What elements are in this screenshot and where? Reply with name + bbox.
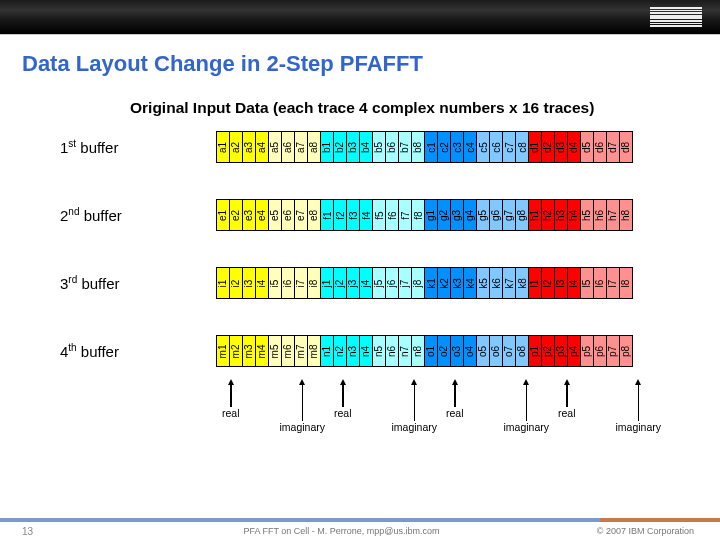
data-cell: h3 bbox=[554, 199, 568, 231]
data-cell: n6 bbox=[385, 335, 399, 367]
buffer-cells: m1m2m3m4m5m6m7m8n1n2n3n4n5n6n7n8o1o2o3o4… bbox=[216, 335, 633, 367]
data-cell: i8 bbox=[307, 267, 321, 299]
data-cell: c8 bbox=[515, 131, 529, 163]
data-cell: o4 bbox=[463, 335, 477, 367]
page-subtitle: Original Input Data (each trace 4 comple… bbox=[0, 77, 720, 131]
data-cell: m1 bbox=[216, 335, 230, 367]
data-cell: l5 bbox=[580, 267, 594, 299]
buffer-cells: e1e2e3e4e5e6e7e8f1f2f3f4f5f6f7f8g1g2g3g4… bbox=[216, 199, 633, 231]
data-cell: p4 bbox=[567, 335, 581, 367]
data-cell: c1 bbox=[424, 131, 438, 163]
data-cell: p5 bbox=[580, 335, 594, 367]
data-cell: l3 bbox=[554, 267, 568, 299]
data-cell: g1 bbox=[424, 199, 438, 231]
data-cell: j1 bbox=[320, 267, 334, 299]
data-cell: b2 bbox=[333, 131, 347, 163]
data-cell: n2 bbox=[333, 335, 347, 367]
data-cell: p8 bbox=[619, 335, 633, 367]
data-cell: m2 bbox=[229, 335, 243, 367]
label-imaginary: imaginary bbox=[616, 421, 662, 433]
brand-bar bbox=[0, 0, 720, 34]
data-cell: l4 bbox=[567, 267, 581, 299]
data-cell: f3 bbox=[346, 199, 360, 231]
page-number: 13 bbox=[22, 526, 33, 537]
data-cell: e6 bbox=[281, 199, 295, 231]
data-cell: a3 bbox=[242, 131, 256, 163]
arrow-group: realimaginary bbox=[552, 379, 664, 433]
data-cell: f4 bbox=[359, 199, 373, 231]
data-cell: h4 bbox=[567, 199, 581, 231]
data-cell: h8 bbox=[619, 199, 633, 231]
buffer-row: 3rd bufferi1i2i3i4i5i6i7i8j1j2j3j4j5j6j7… bbox=[60, 267, 720, 299]
data-cell: f8 bbox=[411, 199, 425, 231]
ibm-logo-icon bbox=[650, 7, 702, 27]
data-cell: k4 bbox=[463, 267, 477, 299]
data-cell: h1 bbox=[528, 199, 542, 231]
data-cell: c4 bbox=[463, 131, 477, 163]
data-cell: p2 bbox=[541, 335, 555, 367]
buffer-layout: 1st buffera1a2a3a4a5a6a7a8b1b2b3b4b5b6b7… bbox=[0, 131, 720, 367]
data-cell: d5 bbox=[580, 131, 594, 163]
data-cell: p7 bbox=[606, 335, 620, 367]
page-title: Data Layout Change in 2-Step PFAFFT bbox=[0, 35, 720, 77]
data-cell: j3 bbox=[346, 267, 360, 299]
arrow-group: realimaginary bbox=[440, 379, 552, 433]
data-cell: j7 bbox=[398, 267, 412, 299]
data-cell: c7 bbox=[502, 131, 516, 163]
data-cell: a8 bbox=[307, 131, 321, 163]
data-cell: k1 bbox=[424, 267, 438, 299]
data-cell: h5 bbox=[580, 199, 594, 231]
data-cell: p3 bbox=[554, 335, 568, 367]
data-cell: e2 bbox=[229, 199, 243, 231]
data-cell: l6 bbox=[593, 267, 607, 299]
data-cell: j4 bbox=[359, 267, 373, 299]
data-cell: m8 bbox=[307, 335, 321, 367]
data-cell: k7 bbox=[502, 267, 516, 299]
data-cell: n4 bbox=[359, 335, 373, 367]
data-cell: f1 bbox=[320, 199, 334, 231]
data-cell: a6 bbox=[281, 131, 295, 163]
data-cell: d1 bbox=[528, 131, 542, 163]
data-cell: i6 bbox=[281, 267, 295, 299]
data-cell: a7 bbox=[294, 131, 308, 163]
data-cell: a4 bbox=[255, 131, 269, 163]
data-cell: a2 bbox=[229, 131, 243, 163]
buffer-label: 1st buffer bbox=[60, 138, 216, 156]
data-cell: g8 bbox=[515, 199, 529, 231]
data-cell: j6 bbox=[385, 267, 399, 299]
data-cell: o8 bbox=[515, 335, 529, 367]
data-cell: o2 bbox=[437, 335, 451, 367]
data-cell: n7 bbox=[398, 335, 412, 367]
data-cell: d3 bbox=[554, 131, 568, 163]
data-cell: f5 bbox=[372, 199, 386, 231]
data-cell: k5 bbox=[476, 267, 490, 299]
data-cell: o7 bbox=[502, 335, 516, 367]
data-cell: d6 bbox=[593, 131, 607, 163]
data-cell: a5 bbox=[268, 131, 282, 163]
data-cell: i5 bbox=[268, 267, 282, 299]
buffer-row: 2nd buffere1e2e3e4e5e6e7e8f1f2f3f4f5f6f7… bbox=[60, 199, 720, 231]
data-cell: h2 bbox=[541, 199, 555, 231]
data-cell: o1 bbox=[424, 335, 438, 367]
data-cell: b1 bbox=[320, 131, 334, 163]
arrow-group: realimaginary bbox=[328, 379, 440, 433]
label-real: real bbox=[334, 407, 352, 419]
data-cell: n8 bbox=[411, 335, 425, 367]
data-cell: e3 bbox=[242, 199, 256, 231]
data-cell: g7 bbox=[502, 199, 516, 231]
data-cell: i4 bbox=[255, 267, 269, 299]
data-cell: i3 bbox=[242, 267, 256, 299]
data-cell: f7 bbox=[398, 199, 412, 231]
label-imaginary: imaginary bbox=[504, 421, 550, 433]
data-cell: g6 bbox=[489, 199, 503, 231]
data-cell: m4 bbox=[255, 335, 269, 367]
data-cell: g3 bbox=[450, 199, 464, 231]
data-cell: j8 bbox=[411, 267, 425, 299]
data-cell: o6 bbox=[489, 335, 503, 367]
label-imaginary: imaginary bbox=[392, 421, 438, 433]
data-cell: b3 bbox=[346, 131, 360, 163]
data-cell: j2 bbox=[333, 267, 347, 299]
data-cell: m5 bbox=[268, 335, 282, 367]
data-cell: n5 bbox=[372, 335, 386, 367]
buffer-row: 4th bufferm1m2m3m4m5m6m7m8n1n2n3n4n5n6n7… bbox=[60, 335, 720, 367]
